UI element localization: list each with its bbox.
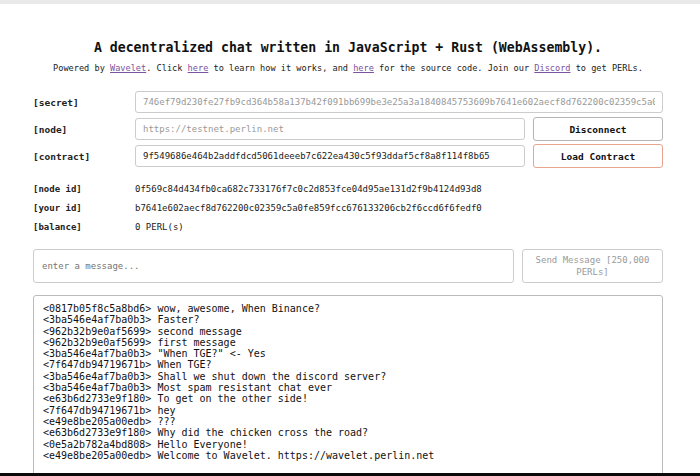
main-content: A decentralized chat written in JavaScri…	[33, 40, 663, 476]
contract-row: [contract] Load Contract	[33, 144, 663, 168]
secret-row: [secret]	[33, 90, 663, 114]
secret-label: [secret]	[33, 97, 135, 108]
balance-row: [balance] 0 PERL(s)	[33, 222, 663, 233]
chat-message: <3ba546e4af7ba0b3> Shall we shut down th…	[43, 371, 653, 382]
node-id-value: 0f569c84d434fb0ca682c733176f7c0c2d853fce…	[135, 184, 482, 195]
balance-label: [balance]	[33, 222, 135, 233]
page-title: A decentralized chat written in JavaScri…	[33, 40, 663, 55]
subtitle-text: Powered by	[53, 63, 110, 73]
your-id-label: [your id]	[33, 203, 135, 214]
message-input[interactable]	[33, 249, 514, 283]
node-id-label: [node id]	[33, 184, 135, 195]
chat-message: <7f647db94719671b> hey	[43, 405, 653, 416]
chat-message: <e49e8be205a00edb> ???	[43, 416, 653, 427]
discord-link[interactable]: Discord	[534, 63, 570, 73]
subtitle-text: to learn how it works, and	[208, 63, 353, 73]
wavelet-link[interactable]: Wavelet	[110, 63, 146, 73]
subtitle-text: for the source code. Join our	[374, 63, 534, 73]
chat-message: <3ba546e4af7ba0b3> Most spam resistant c…	[43, 382, 653, 393]
contract-input[interactable]	[135, 145, 525, 167]
chat-message: <e63b6d2733e9f180> To get on the other s…	[43, 393, 653, 404]
load-contract-button[interactable]: Load Contract	[533, 144, 663, 168]
chat-message: <0e5a2b782a4bd808> Hello Everyone!	[43, 439, 653, 450]
message-composer: Send Message [250,000 PERLs]	[33, 249, 663, 283]
chat-message: <e49e8be205a00edb> Welcome to Wavelet. h…	[43, 450, 653, 461]
chat-message: <962b32b9e0af5699> first message	[43, 337, 653, 348]
node-row: [node] Disconnect	[33, 117, 663, 141]
node-input[interactable]	[135, 118, 525, 140]
chat-log[interactable]: <0817b05f8c5a8bd6> wow, awesome, When Bi…	[33, 295, 663, 476]
subtitle-text: to get PERLs.	[571, 63, 643, 73]
chat-message: <962b32b9e0af5699> second message	[43, 326, 653, 337]
chat-message: <7f647db94719671b> When TGE?	[43, 359, 653, 370]
your-id-row: [your id] b7641e602aecf8d762200c02359c5a…	[33, 203, 663, 214]
subtitle-text: . Click	[146, 63, 187, 73]
session-info: [node id] 0f569c84d434fb0ca682c733176f7c…	[33, 184, 663, 233]
connection-form: [secret] [node] Disconnect [contract] Lo…	[33, 90, 663, 168]
chat-message: <3ba546e4af7ba0b3> Faster?	[43, 314, 653, 325]
chat-message: <3ba546e4af7ba0b3> "When TGE?" <- Yes	[43, 348, 653, 359]
send-message-button[interactable]: Send Message [250,000 PERLs]	[522, 249, 663, 283]
how-it-works-link[interactable]: here	[188, 63, 209, 73]
source-code-link[interactable]: here	[353, 63, 374, 73]
top-strip	[0, 0, 700, 4]
node-id-row: [node id] 0f569c84d434fb0ca682c733176f7c…	[33, 184, 663, 195]
chat-message: <0817b05f8c5a8bd6> wow, awesome, When Bi…	[43, 303, 653, 314]
contract-label: [contract]	[33, 151, 135, 162]
subtitle: Powered by Wavelet. Click here to learn …	[33, 63, 663, 73]
chat-message: <e63b6d2733e9f180> Why did the chicken c…	[43, 427, 653, 438]
disconnect-button[interactable]: Disconnect	[533, 117, 663, 141]
balance-value: 0 PERL(s)	[135, 222, 184, 233]
secret-input[interactable]	[135, 91, 663, 113]
your-id-value: b7641e602aecf8d762200c02359c5a0fe859fcc6…	[135, 203, 482, 214]
node-label: [node]	[33, 124, 135, 135]
